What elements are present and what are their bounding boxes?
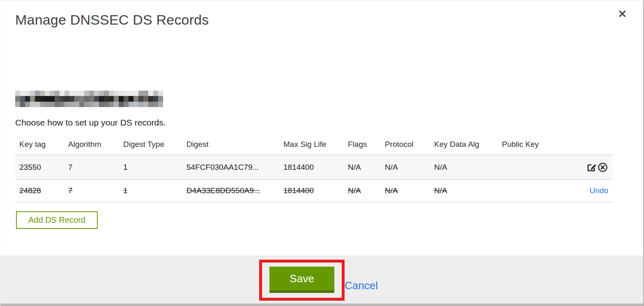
red-annotation-rectangle: Save — [259, 260, 345, 301]
digest-type-value: 1 — [123, 186, 128, 195]
close-icon[interactable]: ✕ — [618, 9, 627, 19]
key-data-alg-value: N/A — [434, 163, 447, 171]
digest-value: 54FCF030AA1C79... — [186, 163, 259, 171]
save-button[interactable]: Save — [269, 267, 334, 293]
key-data-alg-value: N/A — [434, 186, 447, 195]
col-header-actions — [551, 136, 612, 155]
cancel-link[interactable]: Cancel — [345, 279, 378, 292]
protocol-value: N/A — [385, 163, 398, 171]
col-header-flags: Flags — [344, 136, 381, 155]
max-sig-life-value: 1814400 — [283, 163, 314, 171]
digest-type-value: 1 — [123, 163, 128, 171]
col-header-protocol: Protocol — [381, 136, 430, 155]
subtitle-text: Choose how to set up your DS records. — [15, 118, 166, 128]
flags-value: N/A — [348, 163, 361, 171]
col-header-key-tag: Key tag — [15, 136, 64, 155]
key-tag-value: 23550 — [19, 163, 41, 171]
delete-circle-x-icon[interactable] — [597, 162, 608, 173]
table-header-row: Key tag Algorithm Digest Type Digest Max… — [15, 136, 612, 155]
redacted-domain-name — [15, 91, 163, 107]
key-tag-value: 24828 — [19, 186, 41, 195]
max-sig-life-value: 1814400 — [283, 186, 314, 195]
col-header-digest-type: Digest Type — [119, 136, 182, 155]
col-header-key-data-alg: Key Data Alg — [430, 136, 498, 155]
modal-footer: Save Cancel — [0, 256, 643, 306]
col-header-max-sig-life: Max Sig Life — [279, 136, 344, 155]
edit-icon[interactable] — [586, 162, 597, 173]
flags-value: N/A — [348, 186, 361, 195]
digest-value: D4A33E8DD550A9... — [186, 186, 260, 195]
algorithm-value: 7 — [68, 186, 73, 195]
table-row: 23550 7 1 54FCF030AA1C79... 1814400 N/A … — [15, 155, 612, 180]
col-header-public-key: Public Key — [498, 136, 551, 155]
add-ds-record-button[interactable]: Add DS Record — [16, 211, 98, 229]
algorithm-value: 7 — [68, 163, 73, 171]
col-header-digest: Digest — [182, 136, 279, 155]
table-row-deleted: 24828 7 1 D4A33E8DD550A9... 1814400 N/A … — [15, 180, 612, 202]
col-header-algorithm: Algorithm — [64, 136, 119, 155]
protocol-value: N/A — [385, 186, 398, 195]
manage-dnssec-modal: Manage DNSSEC DS Records ✕ Choose how to… — [0, 0, 644, 306]
ds-records-table: Key tag Algorithm Digest Type Digest Max… — [15, 136, 612, 202]
undo-link[interactable]: Undo — [590, 186, 608, 195]
page-title: Manage DNSSEC DS Records — [15, 12, 209, 28]
